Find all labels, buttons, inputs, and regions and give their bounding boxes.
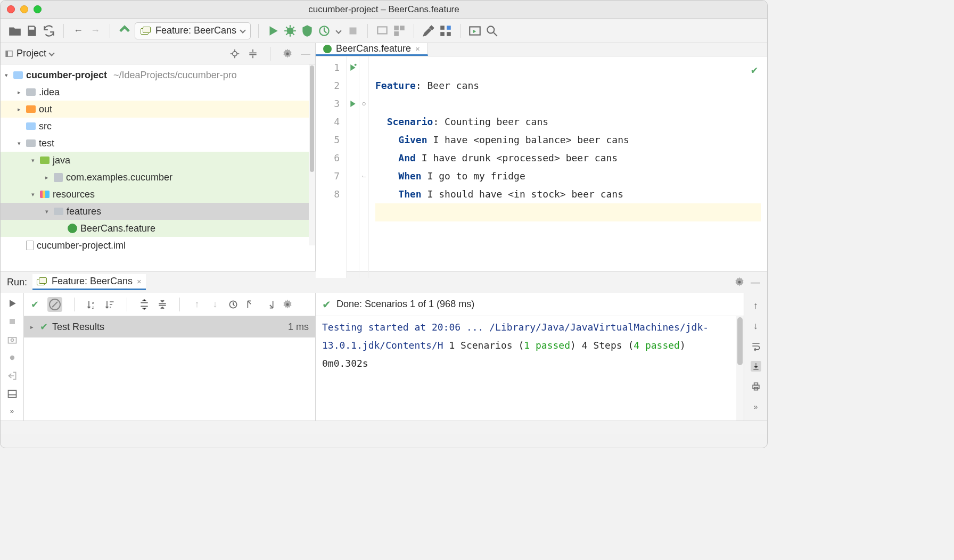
gear-icon[interactable] (282, 48, 293, 59)
expand-icon[interactable]: ▾ (18, 140, 23, 147)
expand-icon[interactable]: ▸ (18, 89, 23, 96)
close-tab-icon[interactable]: × (415, 44, 420, 53)
tree-node-java[interactable]: ▾ java (1, 152, 315, 169)
scrollbar[interactable] (309, 64, 315, 245)
tree-node-out[interactable]: ▸ out (1, 101, 315, 118)
sort-duration-icon[interactable] (104, 299, 115, 310)
close-window-button[interactable] (7, 5, 15, 13)
more-icon[interactable]: » (7, 407, 18, 415)
collapse-icon[interactable] (248, 48, 258, 59)
tree-node-iml[interactable]: ▸ cucumber-project.iml (1, 237, 315, 254)
locate-icon[interactable] (229, 48, 240, 59)
code-area[interactable]: Feature: Beer cans Scenario: Counting be… (369, 56, 767, 278)
project-tree[interactable]: ▾ cucumber-project ~/IdeaProjects/cucumb… (1, 64, 315, 271)
run-anything-icon[interactable] (468, 24, 482, 38)
tree-node-idea[interactable]: ▸ .idea (1, 84, 315, 101)
zoom-window-button[interactable] (34, 5, 42, 13)
open-icon[interactable] (8, 24, 22, 38)
line-number: 8 (316, 185, 340, 203)
tree-node-test[interactable]: ▾ test (1, 135, 315, 152)
fold-end-icon[interactable]: ⌙ (359, 167, 368, 185)
expand-all-icon[interactable] (139, 299, 150, 310)
show-ignored-icon[interactable] (47, 297, 62, 312)
show-passed-icon[interactable]: ✔ (29, 299, 40, 310)
chevron-down-icon[interactable] (335, 28, 341, 34)
layout-icon[interactable] (7, 389, 18, 399)
minimize-icon[interactable]: — (750, 277, 761, 287)
structure-icon[interactable] (439, 24, 453, 38)
attach-icon[interactable] (375, 24, 389, 38)
run-configuration-selector[interactable]: Feature: BeerCans (135, 22, 251, 39)
run-icon[interactable] (266, 24, 280, 38)
scroll-up-icon[interactable]: ↑ (751, 300, 761, 311)
stop-icon[interactable] (346, 24, 360, 38)
history-icon[interactable] (228, 299, 238, 310)
run-gutter-icon[interactable] (347, 95, 359, 113)
code-text: I have <opening balance> beer cans (427, 134, 629, 145)
output-text: ) (680, 340, 686, 351)
svg-point-17 (11, 339, 13, 341)
back-icon[interactable]: ← (71, 24, 85, 38)
editor-tab[interactable]: BeerCans.feature × (316, 43, 428, 56)
expand-icon[interactable]: ▸ (18, 106, 23, 113)
svg-rect-5 (447, 26, 451, 30)
expand-icon[interactable]: ▸ (45, 174, 51, 181)
minimize-window-button[interactable] (20, 5, 28, 13)
expand-icon[interactable]: ▾ (31, 191, 37, 198)
profile-icon[interactable] (317, 24, 331, 38)
line-number: 6 (316, 149, 340, 167)
sort-alpha-icon[interactable]: az (86, 299, 97, 310)
run-output[interactable]: Testing started at 20:06 ... /Library/Ja… (316, 316, 744, 421)
exit-icon[interactable] (7, 370, 18, 381)
test-settings-icon[interactable] (282, 299, 293, 310)
tree-node-resources[interactable]: ▾ resources (1, 186, 315, 203)
settings-icon[interactable] (422, 24, 435, 38)
camera-icon[interactable] (7, 334, 18, 345)
search-icon[interactable] (485, 24, 499, 38)
rerun-icon[interactable] (7, 298, 18, 309)
tree-node-package[interactable]: ▸ com.examples.cucumber (1, 169, 315, 186)
tree-root[interactable]: ▾ cucumber-project ~/IdeaProjects/cucumb… (1, 67, 315, 84)
refresh-icon[interactable] (42, 24, 56, 38)
stop-icon[interactable] (7, 316, 18, 327)
coverage-icon[interactable] (300, 24, 314, 38)
close-tab-icon[interactable]: × (137, 277, 142, 286)
debug-icon[interactable] (283, 24, 297, 38)
next-failed-icon[interactable]: ↓ (210, 299, 220, 310)
print-icon[interactable] (751, 381, 761, 392)
more-icon[interactable]: » (751, 401, 761, 412)
tree-node-src[interactable]: ▸ src (1, 118, 315, 135)
expand-icon[interactable]: ▸ (30, 324, 36, 331)
export-tests-icon[interactable] (264, 299, 275, 310)
node-label: java (53, 155, 70, 166)
line-number-gutter[interactable]: 1 2 3 4 5 6 7 8 (316, 56, 347, 278)
test-results-row[interactable]: ▸ ✔ Test Results 1 ms (24, 316, 315, 337)
tree-node-feature-file[interactable]: ▸ BeerCans.feature (1, 220, 315, 237)
run-tab[interactable]: Feature: BeerCans × (32, 274, 146, 290)
expand-icon[interactable]: ▾ (5, 72, 10, 79)
deploy-icon[interactable] (392, 24, 406, 38)
prev-failed-icon[interactable]: ↑ (192, 299, 202, 310)
forward-icon[interactable]: → (88, 24, 102, 38)
build-icon[interactable] (118, 24, 131, 38)
svg-point-18 (10, 356, 14, 360)
project-view-selector[interactable]: Project (5, 48, 54, 59)
debug-rerun-icon[interactable] (7, 352, 18, 363)
output-text: ) (570, 340, 576, 351)
fold-icon[interactable]: ⊖ (359, 95, 368, 113)
run-gutter-icon[interactable] (347, 59, 359, 77)
scrollbar[interactable] (736, 316, 744, 421)
collapse-all-icon[interactable] (157, 299, 168, 310)
expand-icon[interactable]: ▾ (45, 208, 51, 215)
scroll-down-icon[interactable]: ↓ (751, 320, 761, 331)
gear-icon[interactable] (734, 277, 745, 287)
soft-wrap-icon[interactable] (751, 341, 761, 351)
save-icon[interactable] (25, 24, 39, 38)
minimize-icon[interactable]: — (300, 48, 311, 59)
editor-body[interactable]: 1 2 3 4 5 6 7 8 ⊖ ⌙ Fea (316, 56, 767, 278)
tree-node-features[interactable]: ▾ features (1, 203, 315, 220)
expand-icon[interactable]: ▾ (31, 157, 37, 164)
scroll-to-end-icon[interactable] (751, 361, 761, 372)
checkmark-icon[interactable]: ✔ (751, 61, 758, 79)
import-tests-icon[interactable] (246, 299, 257, 310)
